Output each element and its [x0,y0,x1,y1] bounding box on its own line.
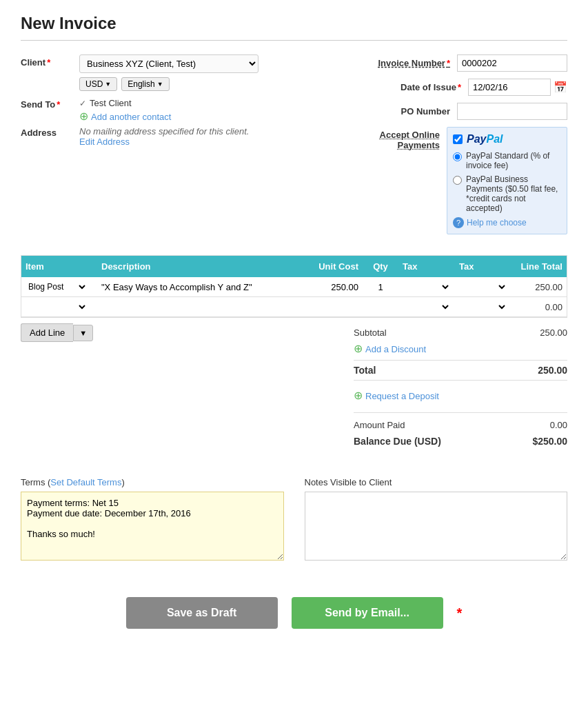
client-control-wrap: Business XYZ (Client, Test) USD ▼ Englis… [79,54,319,91]
calendar-icon[interactable]: 📅 [554,81,567,94]
desc-cell-1 [97,277,306,297]
tax2-select-2[interactable] [459,301,507,312]
deposit-divider [354,412,567,413]
item-select-2[interactable] [26,301,88,312]
save-draft-button[interactable]: Save as Draft [126,597,278,629]
col-item: Item [21,256,97,277]
item-cell-2 [21,297,97,317]
invoice-table: Item Description Unit Cost Qty Tax Tax L… [21,256,567,317]
add-discount-link[interactable]: ⊕ Add a Discount [354,343,426,354]
currency-button[interactable]: USD ▼ [79,77,117,91]
send-to-content: ✓ Test Client ⊕ Add another contact [79,98,319,122]
subtotal-row: Subtotal 250.00 [354,325,567,341]
amount-paid-row: Amount Paid 0.00 [354,417,567,433]
col-tax2: Tax [455,256,511,277]
accept-payments-section: Accept OnlinePayments PayPal PayPal Stan… [347,127,567,234]
amount-paid-value: 0.00 [550,420,567,430]
action-buttons: Save as Draft Send by Email... * [21,583,567,643]
table-row: 0.00 [21,297,567,317]
help-me-choose-link[interactable]: ? Help me choose [453,217,561,228]
contact-name-row: ✓ Test Client [79,98,319,108]
totals-section: Subtotal 250.00 ⊕ Add a Discount Total 2… [354,318,567,456]
item-select-1[interactable]: Blog Post [26,281,88,292]
notes-label: Notes Visible to Client [305,477,568,487]
balance-due-row: Balance Due (USD) $250.00 [354,433,567,450]
date-of-issue-row: Date of Issue* 📅 [347,79,567,96]
page-title: New Invoice [21,14,567,33]
col-qty: Qty [363,256,398,277]
terms-label: Terms (Set Default Terms) [21,477,284,487]
paypal-standard-radio[interactable] [453,152,462,161]
tax1-select-2[interactable] [403,301,451,312]
balance-due-label: Balance Due (USD) [354,436,441,447]
item-cell-1: Blog Post [21,277,97,297]
invoice-number-row: Invoice Number* [347,54,567,72]
qty-input-2[interactable] [367,302,394,312]
terms-notes-section: Terms (Set Default Terms) Payment terms:… [21,477,567,563]
send-to-required: * [57,99,60,110]
balance-due-value: $250.00 [532,436,567,447]
paypal-checkbox[interactable] [453,134,463,144]
qty-cell-2 [363,297,398,317]
tax1-cell-2 [398,297,455,317]
invoice-table-wrap: Item Description Unit Cost Qty Tax Tax L… [21,255,567,318]
paypal-business-radio[interactable] [453,176,462,185]
col-tax1: Tax [398,256,455,277]
request-deposit-link[interactable]: ⊕ Request a Deposit [354,386,439,405]
date-of-issue-input[interactable] [468,79,551,96]
terms-section: Terms (Set Default Terms) Payment terms:… [21,477,284,563]
po-number-input[interactable] [457,103,567,120]
subtotal-label: Subtotal [354,327,387,338]
invoice-number-input[interactable] [457,54,567,72]
language-button[interactable]: English ▼ [121,77,169,91]
set-default-terms-link[interactable]: Set Default Terms [50,477,121,487]
tax2-cell-2 [455,297,511,317]
paypal-box: PayPal PayPal Standard (% of invoice fee… [447,127,567,234]
title-divider [21,40,567,41]
terms-textarea[interactable]: Payment terms: Net 15 Payment due date: … [21,492,284,561]
desc-input-2[interactable] [101,302,302,312]
add-line-button[interactable]: Add Line [21,323,73,342]
left-section: Client* Business XYZ (Client, Test) USD … [21,54,319,241]
paypal-header: PayPal [453,133,561,145]
required-note: * [457,605,463,621]
deposit-plus-icon: ⊕ [354,390,363,401]
qty-input-1[interactable] [367,282,394,292]
send-to-row: Send To* ✓ Test Client ⊕ Add another con… [21,98,319,122]
add-line-section: Add Line ▼ [21,318,354,456]
help-icon: ? [453,217,464,228]
tax2-select-1[interactable] [459,281,507,292]
total-row: Total 250.00 [354,360,567,381]
total-value: 250.00 [538,365,567,376]
discount-plus-icon: ⊕ [354,343,363,354]
request-deposit-row: ⊕ Request a Deposit [354,383,567,408]
send-email-button[interactable]: Send by Email... [292,597,443,629]
desc-input-1[interactable] [101,282,302,292]
bottom-section: Add Line ▼ Subtotal 250.00 ⊕ Add a Disco… [21,318,567,456]
paypal-logo: PayPal [467,133,503,145]
qty-cell-1 [363,277,398,297]
notes-textarea[interactable] [305,492,568,561]
add-contact-link[interactable]: ⊕ Add another contact [79,111,319,122]
table-header: Item Description Unit Cost Qty Tax Tax L… [21,256,567,277]
invoice-number-label: Invoice Number* [378,58,450,68]
cost-input-2[interactable] [310,302,358,312]
tax1-cell-1 [398,277,455,297]
client-select[interactable]: Business XYZ (Client, Test) [79,54,258,73]
amount-paid-label: Amount Paid [354,420,405,430]
col-unit-cost: Unit Cost [306,256,363,277]
tax1-select-1[interactable] [403,281,451,292]
total-cell-1: 250.00 [511,277,567,297]
cost-input-1[interactable] [310,282,358,292]
date-wrap: 📅 [468,79,567,96]
paypal-option-business: PayPal Business Payments ($0.50 flat fee… [453,174,561,213]
right-section: Invoice Number* Date of Issue* 📅 PO Numb… [347,54,567,241]
cost-cell-2 [306,297,363,317]
paypal-option-standard: PayPal Standard (% of invoice fee) [453,151,561,170]
col-line-total: Line Total [511,256,567,277]
contact-name-text: Test Client [90,98,132,108]
add-line-dropdown-button[interactable]: ▼ [73,325,93,341]
edit-address-link[interactable]: Edit Address [79,137,130,147]
subtotal-value: 250.00 [540,327,567,338]
client-row: Client* Business XYZ (Client, Test) USD … [21,54,319,91]
